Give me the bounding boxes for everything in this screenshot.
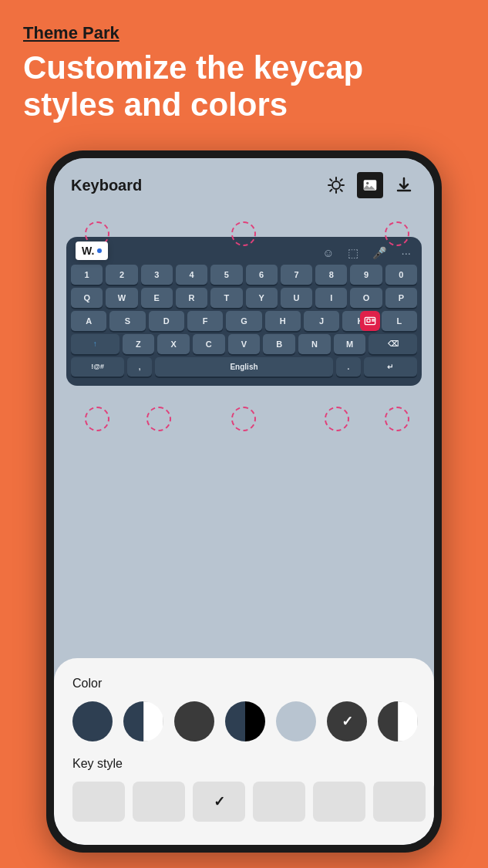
key-8[interactable]: 8 — [315, 265, 347, 285]
brightness-icon[interactable] — [323, 172, 349, 198]
key-g[interactable]: G — [226, 311, 261, 331]
key-1[interactable]: 1 — [71, 265, 103, 285]
key-0[interactable]: 0 — [385, 265, 417, 285]
key-f[interactable]: F — [187, 311, 223, 331]
word-dot — [97, 248, 102, 253]
key-s[interactable]: S — [109, 311, 145, 331]
handle-br[interactable] — [385, 407, 409, 431]
color-swatches-row — [72, 701, 416, 741]
key-style-row — [72, 782, 416, 822]
key-b[interactable]: B — [263, 334, 295, 354]
handle-bc3[interactable] — [325, 407, 349, 431]
zxcv-row: ↑ Z X C V B N M ⌫ — [71, 334, 417, 354]
toolbar-mic-icon[interactable]: 🎤 — [372, 246, 387, 260]
svg-point-0 — [332, 181, 340, 189]
handle-tr[interactable] — [385, 221, 409, 246]
key-y[interactable]: Y — [246, 288, 278, 308]
key-4[interactable]: 4 — [176, 265, 207, 285]
key-t[interactable]: T — [210, 288, 242, 308]
headline: Customize the keycap styles and colors — [23, 49, 465, 124]
header: Theme Park Customize the keycap styles a… — [0, 0, 488, 132]
color-swatch-6-selected[interactable] — [327, 701, 367, 741]
keyboard-area: W. ☺ ⬚ 🎤 ··· 1 2 3 — [54, 206, 434, 445]
key-style-6[interactable] — [373, 782, 426, 822]
toolbar-emoji-icon[interactable]: ☺ — [322, 246, 334, 260]
color-swatch-7[interactable] — [378, 701, 418, 741]
keyboard-widget: W. ☺ ⬚ 🎤 ··· 1 2 3 — [66, 237, 422, 386]
color-swatch-2[interactable] — [123, 701, 163, 741]
handle-bc2[interactable] — [231, 407, 256, 431]
key-u[interactable]: U — [281, 288, 312, 308]
bottom-panel: Color — [54, 658, 434, 845]
screenshot-capture-icon[interactable] — [360, 311, 380, 331]
key-o[interactable]: O — [350, 288, 382, 308]
key-period[interactable]: . — [336, 357, 361, 377]
handle-tc[interactable] — [231, 221, 256, 246]
key-c[interactable]: C — [193, 334, 225, 354]
key-style-5[interactable] — [313, 782, 365, 822]
key-a[interactable]: A — [71, 311, 106, 331]
color-swatch-5[interactable] — [276, 701, 316, 741]
key-3[interactable]: 3 — [141, 265, 173, 285]
color-swatch-3[interactable] — [174, 701, 214, 741]
number-row: 1 2 3 4 5 6 7 8 9 0 — [71, 265, 417, 285]
key-w[interactable]: W — [106, 288, 137, 308]
color-swatch-1[interactable] — [72, 701, 113, 741]
toolbar-gif-icon[interactable]: ⬚ — [348, 246, 358, 260]
key-comma[interactable]: , — [127, 357, 152, 377]
handle-bc1[interactable] — [146, 407, 171, 431]
key-style-1[interactable] — [72, 782, 125, 822]
key-style-4[interactable] — [253, 782, 305, 822]
word-text: W. — [82, 245, 94, 257]
brand-label: Theme Park — [23, 23, 119, 43]
key-symbols[interactable]: !@# — [71, 357, 124, 377]
key-r[interactable]: R — [176, 288, 207, 308]
key-enter[interactable]: ↵ — [364, 357, 417, 377]
svg-line-6 — [341, 190, 342, 191]
key-5[interactable]: 5 — [210, 265, 242, 285]
key-q[interactable]: Q — [71, 288, 103, 308]
key-7[interactable]: 7 — [281, 265, 312, 285]
phone-screen: Keyboard — [54, 158, 434, 845]
key-v[interactable]: V — [228, 334, 261, 354]
screen-title: Keyboard — [71, 177, 142, 194]
key-n[interactable]: N — [298, 334, 331, 354]
key-z[interactable]: Z — [123, 334, 155, 354]
color-section: Color — [72, 677, 416, 741]
key-j[interactable]: J — [304, 311, 339, 331]
key-e[interactable]: E — [141, 288, 173, 308]
key-9[interactable]: 9 — [350, 265, 382, 285]
qwerty-row: Q W E R T Y U I O P — [71, 288, 417, 308]
key-2[interactable]: 2 — [106, 265, 137, 285]
key-shift[interactable]: ↑ — [71, 334, 119, 354]
toolbar-more-icon[interactable]: ··· — [401, 246, 411, 260]
key-i[interactable]: I — [315, 288, 347, 308]
svg-line-7 — [341, 179, 342, 181]
key-style-3-selected[interactable] — [193, 782, 245, 822]
download-icon[interactable] — [391, 172, 417, 198]
phone-frame: Keyboard — [46, 150, 442, 853]
image-icon[interactable] — [357, 172, 383, 198]
top-icons-group — [323, 172, 417, 198]
top-bar: Keyboard — [54, 158, 434, 206]
svg-line-8 — [330, 190, 332, 191]
toolbar-icons: ☺ ⬚ 🎤 ··· — [322, 246, 411, 260]
key-d[interactable]: D — [149, 311, 184, 331]
key-backspace[interactable]: ⌫ — [369, 334, 417, 354]
key-l[interactable]: L — [382, 311, 417, 331]
key-m[interactable]: M — [334, 334, 366, 354]
headline-line2: styles and colors — [23, 86, 288, 123]
svg-point-10 — [366, 182, 369, 184]
handle-bl[interactable] — [85, 407, 109, 431]
key-space[interactable]: English — [155, 357, 332, 377]
key-style-2[interactable] — [133, 782, 185, 822]
key-k[interactable]: K — [342, 311, 378, 331]
key-p[interactable]: P — [385, 288, 417, 308]
key-x[interactable]: X — [157, 334, 190, 354]
color-swatch-4[interactable] — [225, 701, 265, 741]
key-h[interactable]: H — [265, 311, 301, 331]
key-style-section: Key style — [72, 757, 416, 822]
key-style-7[interactable] — [433, 782, 434, 822]
key-6[interactable]: 6 — [246, 265, 278, 285]
svg-rect-12 — [367, 319, 370, 322]
